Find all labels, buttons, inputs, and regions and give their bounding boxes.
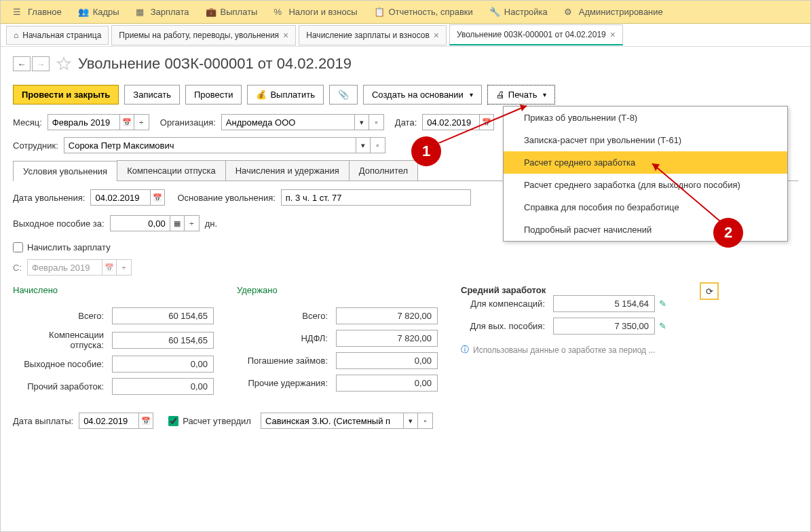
- info-icon: ⓘ: [461, 344, 469, 356]
- print-t8[interactable]: Приказ об увольнении (Т-8): [504, 107, 787, 129]
- tab-additional[interactable]: Дополнител: [349, 160, 418, 180]
- coin-icon: 💰: [256, 90, 267, 100]
- back-button[interactable]: ←: [13, 56, 31, 71]
- print-unemployment[interactable]: Справка для пособия по безработице: [504, 196, 787, 218]
- close-icon[interactable]: ×: [283, 30, 288, 41]
- open-icon[interactable]: ▫: [369, 114, 384, 130]
- post-button[interactable]: Провести: [185, 85, 242, 104]
- print-avg-severance[interactable]: Расчет среднего заработка (для выходного…: [504, 174, 787, 196]
- calendar-icon[interactable]: 📅: [138, 413, 153, 429]
- withheld-total-value: 7 820,00: [336, 307, 438, 324]
- menu-item-settings[interactable]: 🔧Настройка: [483, 4, 554, 20]
- pencil-icon[interactable]: ✎: [659, 299, 666, 309]
- menu-item-main[interactable]: ☰Главное: [6, 4, 69, 20]
- favorite-star-icon[interactable]: [56, 56, 71, 71]
- accrued-sever-value: 0,00: [112, 356, 214, 373]
- avg-comp-label: Для компенсаций:: [461, 299, 549, 309]
- open-icon[interactable]: ▫: [371, 137, 385, 153]
- employee-input[interactable]: [64, 137, 356, 153]
- average-title: Средний заработок: [461, 285, 719, 295]
- menu-item-payments[interactable]: 💼Выплаты: [199, 4, 265, 20]
- callout-1: 1: [411, 136, 441, 166]
- accrued-comp-label: Компенсации отпуска:: [13, 330, 108, 350]
- menu-item-salary[interactable]: ▦Зарплата: [129, 4, 196, 20]
- severance-input[interactable]: [110, 215, 170, 231]
- calendar-icon[interactable]: 📅: [102, 259, 117, 276]
- totals-section: Начислено Всего:60 154,65 Компенсации от…: [13, 285, 798, 400]
- print-detailed[interactable]: Подробный расчет начислений: [504, 218, 787, 241]
- accrue-salary-checkbox[interactable]: [13, 242, 23, 252]
- paydate-label: Дата выплаты:: [13, 416, 73, 426]
- home-icon: ⌂: [14, 31, 18, 40]
- info-note: ⓘИспользованы данные о заработке за пери…: [461, 344, 719, 356]
- accrued-total-label: Всего:: [13, 311, 108, 321]
- calendar-icon[interactable]: 📅: [119, 114, 134, 130]
- pay-button[interactable]: 💰Выплатить: [247, 85, 324, 104]
- main-menu: ☰Главное 👥Кадры ▦Зарплата 💼Выплаты %Нало…: [1, 1, 810, 24]
- pencil-icon[interactable]: ✎: [659, 321, 666, 331]
- close-icon[interactable]: ×: [434, 30, 439, 41]
- approved-label: Расчет утвердил: [183, 416, 251, 426]
- tab-conditions[interactable]: Условия увольнения: [13, 161, 117, 181]
- accrue-salary-row: Начислить зарплату: [13, 242, 798, 252]
- post-close-button[interactable]: Провести и закрыть: [13, 85, 119, 104]
- toolbar: Провести и закрыть Записать Провести 💰Вы…: [13, 85, 798, 104]
- callout-2: 2: [713, 218, 743, 248]
- dropdown-icon[interactable]: ▾: [356, 137, 371, 153]
- close-icon[interactable]: ×: [610, 29, 616, 40]
- employee-label: Сотрудник:: [13, 140, 58, 151]
- print-t61[interactable]: Записка-расчет при увольнении (Т-61): [504, 129, 787, 151]
- withheld-other-value: 0,00: [336, 375, 438, 392]
- month-input[interactable]: [48, 114, 119, 130]
- withheld-title: Удержано: [237, 285, 440, 295]
- approved-checkbox[interactable]: [168, 416, 178, 426]
- tab-accruals[interactable]: Начисления и удержания: [225, 160, 350, 180]
- tab-payroll[interactable]: Начисление зарплаты и взносов×: [299, 25, 447, 45]
- accrued-sever-label: Выходное пособие:: [13, 359, 108, 369]
- print-avg-salary[interactable]: Расчет среднего заработка: [504, 151, 787, 174]
- stepper-icon[interactable]: ÷: [117, 259, 132, 276]
- calc-icon[interactable]: ▦: [170, 215, 185, 231]
- footer-row: Дата выплаты: 📅 Расчет утвердил ▾ ▫: [13, 413, 798, 429]
- people-icon: 👥: [78, 7, 89, 18]
- report-icon: 📋: [374, 7, 385, 18]
- withheld-tax-value: 7 820,00: [336, 330, 438, 347]
- refresh-icon: ⟳: [706, 286, 713, 297]
- org-input[interactable]: [221, 114, 354, 130]
- menu-item-hr[interactable]: 👥Кадры: [71, 4, 126, 20]
- withheld-loans-label: Погашение займов:: [237, 356, 332, 366]
- date-input[interactable]: [422, 114, 479, 130]
- accrued-title: Начислено: [13, 285, 216, 295]
- title-row: ← → Увольнение 00ЗК-000001 от 04.02.2019: [13, 55, 798, 73]
- calendar-icon[interactable]: 📅: [150, 189, 165, 206]
- withheld-column: Удержано Всего:7 820,00 НДФЛ:7 820,00 По…: [237, 285, 440, 400]
- tab-dismissal[interactable]: Увольнение 00ЗК-000001 от 04.02.2019×: [449, 24, 623, 45]
- tab-home[interactable]: ⌂Начальная страница: [6, 26, 109, 45]
- avg-sever-value: 7 350,00: [553, 318, 655, 335]
- open-icon[interactable]: ▫: [418, 413, 433, 429]
- tab-hires[interactable]: Приемы на работу, переводы, увольнения×: [111, 25, 296, 45]
- paydate-input[interactable]: [79, 413, 138, 429]
- dropdown-icon[interactable]: ▾: [354, 114, 369, 130]
- approver-input[interactable]: [261, 413, 403, 429]
- calendar-icon[interactable]: 📅: [479, 114, 494, 130]
- tab-compensation[interactable]: Компенсации отпуска: [117, 160, 226, 180]
- reason-input[interactable]: [281, 189, 471, 206]
- menu-item-reports[interactable]: 📋Отчетность, справки: [367, 4, 480, 20]
- withheld-total-label: Всего:: [237, 311, 332, 321]
- from-input[interactable]: [27, 259, 102, 276]
- menu-item-taxes[interactable]: %Налоги и взносы: [267, 4, 364, 20]
- dropdown-icon[interactable]: ▾: [403, 413, 418, 429]
- forward-button[interactable]: →: [32, 56, 50, 71]
- accrued-other-label: Прочий заработок:: [13, 381, 108, 392]
- create-based-button[interactable]: Создать на основании: [363, 85, 482, 104]
- accrued-other-value: 0,00: [112, 378, 214, 395]
- menu-item-admin[interactable]: ⚙Администрирование: [557, 4, 670, 20]
- dismissal-date-input[interactable]: [90, 189, 150, 206]
- attach-button[interactable]: 📎: [329, 85, 358, 104]
- print-button[interactable]: 🖨Печать: [487, 85, 556, 104]
- save-button[interactable]: Записать: [124, 85, 180, 104]
- refresh-button[interactable]: ⟳: [700, 282, 719, 300]
- stepper-icon[interactable]: ÷: [185, 215, 200, 231]
- stepper-icon[interactable]: ÷: [134, 114, 149, 130]
